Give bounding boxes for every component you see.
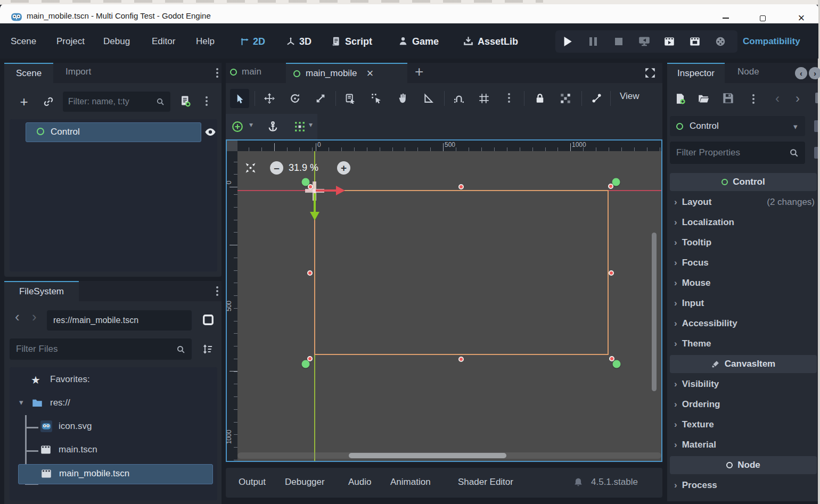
close-tab-icon[interactable]: × xyxy=(366,67,373,80)
bottom-tab-audio[interactable]: Audio xyxy=(348,477,371,488)
pause-button[interactable] xyxy=(588,37,598,46)
section-layout[interactable]: › Layout (2 changes) xyxy=(670,192,817,212)
save-resource-button[interactable] xyxy=(722,92,734,104)
scene-tab-main-mobile[interactable]: main_mobile × xyxy=(286,63,407,83)
vertical-scrollbar[interactable] xyxy=(652,233,657,391)
dock-tab-next-icon[interactable]: › xyxy=(809,67,820,79)
stop-button[interactable] xyxy=(615,38,622,45)
ruler-tool-icon[interactable] xyxy=(422,92,434,105)
section-mouse[interactable]: ›Mouse xyxy=(670,273,817,293)
chevron-down-icon[interactable]: ▾ xyxy=(249,120,253,129)
section-theme[interactable]: ›Theme xyxy=(670,334,817,354)
select-tool-button[interactable] xyxy=(230,89,249,108)
add-node-button[interactable]: + xyxy=(17,95,31,109)
resize-handle-top-right[interactable] xyxy=(608,184,613,189)
inspector-filter-input[interactable]: Filter Properties xyxy=(670,142,805,164)
menu-editor[interactable]: Editor xyxy=(152,23,175,59)
section-focus[interactable]: ›Focus xyxy=(670,253,817,273)
tab-inspector[interactable]: Inspector xyxy=(667,63,725,83)
scale-tool-icon[interactable] xyxy=(314,92,327,105)
sort-files-icon[interactable] xyxy=(201,343,214,356)
horizontal-scrollbar[interactable] xyxy=(349,453,506,458)
zoom-in-button[interactable]: + xyxy=(337,161,350,175)
dock-tab-prev-icon[interactable]: ‹ xyxy=(795,67,807,79)
tab-scene[interactable]: Scene xyxy=(4,63,53,83)
play-button[interactable] xyxy=(562,36,573,47)
workspace-assetlib[interactable]: AssetLib xyxy=(478,36,518,47)
bottom-tab-debugger[interactable]: Debugger xyxy=(285,477,325,488)
scene-dock-menu-icon[interactable] xyxy=(216,72,218,74)
resize-handle-bottom-left[interactable] xyxy=(307,356,313,361)
menu-scene[interactable]: Scene xyxy=(11,23,36,59)
tab-node[interactable]: Node xyxy=(737,67,759,77)
section-ordering[interactable]: ›Ordering xyxy=(670,394,817,415)
move-tool-icon[interactable] xyxy=(263,92,276,105)
bottom-tab-shader-editor[interactable]: Shader Editor xyxy=(458,477,513,488)
smart-snap-icon[interactable] xyxy=(453,92,465,105)
scene-tree-menu-icon[interactable] xyxy=(206,100,208,102)
bottom-tab-output[interactable]: Output xyxy=(239,477,266,488)
notification-bell-icon[interactable] xyxy=(573,477,584,488)
resize-handle-middle-right[interactable] xyxy=(609,270,614,276)
view-menu-button[interactable]: View xyxy=(620,91,639,102)
pan-tool-icon[interactable] xyxy=(396,92,409,105)
workspace-script[interactable]: Script xyxy=(345,36,372,47)
workspace-2d[interactable]: 2D xyxy=(253,36,265,47)
zoom-level[interactable]: 31.9 % xyxy=(289,162,318,173)
movie-window-button[interactable] xyxy=(690,36,700,47)
history-forward-icon[interactable]: › xyxy=(796,91,800,106)
resize-handle-middle-left[interactable] xyxy=(307,270,313,276)
workspace-game[interactable]: Game xyxy=(412,36,439,47)
tab-filesystem[interactable]: FileSystem xyxy=(4,281,79,301)
menu-debug[interactable]: Debug xyxy=(103,23,130,59)
load-resource-button[interactable] xyxy=(697,93,710,104)
menu-project[interactable]: Project xyxy=(56,23,85,59)
tab-import[interactable]: Import xyxy=(65,67,91,77)
chevron-down-icon[interactable]: ▾ xyxy=(309,120,313,129)
section-material[interactable]: ›Material xyxy=(670,435,817,455)
remote-debug-button[interactable] xyxy=(638,36,650,47)
section-input[interactable]: ›Input xyxy=(670,293,817,313)
new-scene-tab-button[interactable]: + xyxy=(415,63,423,80)
section-accessibility[interactable]: ›Accessibility xyxy=(670,313,817,334)
scene-node-control-row[interactable]: Control xyxy=(26,122,201,142)
section-localization[interactable]: ›Localization xyxy=(670,212,817,233)
workspace-3d[interactable]: 3D xyxy=(299,36,311,47)
instance-scene-button[interactable] xyxy=(43,96,54,108)
filesystem-menu-icon[interactable] xyxy=(216,290,218,292)
anchor-handle-top-right[interactable] xyxy=(612,178,620,186)
snap-options-menu-icon[interactable] xyxy=(508,97,510,99)
zoom-out-button[interactable]: – xyxy=(270,161,283,175)
renderer-selector[interactable]: Compatibility xyxy=(743,36,800,47)
anchor-preset-icon[interactable] xyxy=(294,121,306,133)
node-selector[interactable]: Control ▾ xyxy=(670,116,805,136)
scene-filter-input[interactable]: Filter: name, t:ty xyxy=(63,92,170,112)
section-visibility[interactable]: ›Visibility xyxy=(670,374,817,394)
movie-play-button[interactable] xyxy=(664,36,675,47)
paint-reel-button[interactable] xyxy=(715,36,726,47)
section-tooltip[interactable]: ›Tooltip xyxy=(670,233,817,253)
resize-handle-top-center[interactable] xyxy=(458,184,464,189)
center-view-button[interactable] xyxy=(244,161,257,175)
file-row-main-mobile-tscn[interactable]: main_mobile.tscn xyxy=(18,464,213,484)
version-label[interactable]: 4.5.1.stable xyxy=(591,477,638,488)
menu-help[interactable]: Help xyxy=(196,23,215,59)
visibility-eye-icon[interactable] xyxy=(204,126,216,138)
control-node-bounds[interactable] xyxy=(314,190,609,355)
anchor-handle-bottom-right[interactable] xyxy=(613,360,621,368)
group-icon[interactable] xyxy=(559,92,572,105)
expand-viewport-icon[interactable] xyxy=(644,67,656,79)
anchor-handle-bottom-left[interactable] xyxy=(302,360,310,368)
toggle-split-mode-icon[interactable] xyxy=(201,313,215,327)
bone-icon[interactable] xyxy=(590,92,603,105)
resize-handle-bottom-right[interactable] xyxy=(609,356,614,361)
file-row-main-tscn[interactable]: main.tscn xyxy=(10,442,217,461)
resize-handle-bottom-center[interactable] xyxy=(458,357,464,362)
section-process[interactable]: ›Process xyxy=(670,475,817,495)
anchor-icon[interactable] xyxy=(266,120,280,134)
history-forward-button[interactable]: › xyxy=(32,309,37,325)
resource-menu-icon[interactable] xyxy=(752,98,755,100)
filesystem-filter-input[interactable]: Filter Files xyxy=(10,338,192,360)
lock-icon[interactable] xyxy=(534,92,546,105)
rotate-tool-icon[interactable] xyxy=(289,92,301,105)
